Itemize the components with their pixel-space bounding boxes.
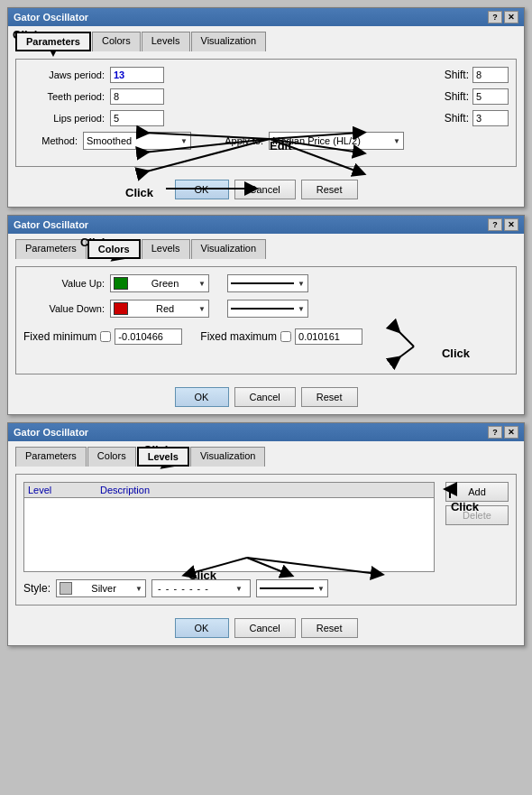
- ok-button-2[interactable]: OK: [175, 387, 229, 407]
- value-down-arrow: ▼: [198, 305, 206, 313]
- fixed-min-group: Fixed minimum: [23, 328, 182, 345]
- method-value: Smoothed: [87, 135, 132, 146]
- titlebar-3: Gator Oscillator ? ✕: [8, 423, 524, 441]
- tab-visualization-1[interactable]: Visualization: [191, 32, 267, 51]
- titlebar-2: Gator Oscillator ? ✕: [8, 216, 524, 234]
- tab-bar-2: Parameters Colors Levels Visualization: [15, 239, 517, 259]
- reset-button-2[interactable]: Reset: [301, 387, 358, 407]
- titlebar-buttons-1: ? ✕: [488, 11, 518, 23]
- value-down-color: Red: [156, 303, 174, 314]
- dialog-colors: Gator Oscillator ? ✕ Parameters Colors L…: [7, 215, 525, 415]
- style-color-select[interactable]: Silver ▼: [56, 579, 146, 597]
- method-label: Method:: [23, 135, 78, 146]
- tab-visualization-3[interactable]: Visualization: [190, 447, 266, 467]
- fixed-max-label: Fixed maximum: [200, 330, 277, 343]
- method-row: Method: Smoothed ▼ Apply to: Median Pric…: [23, 132, 509, 150]
- apply-value: Median Price (HL/2): [272, 135, 361, 146]
- lips-shift-label: Shift:: [445, 112, 469, 125]
- value-up-row: Value Up: Green ▼ ▼: [23, 274, 509, 292]
- value-up-color: Green: [151, 278, 179, 289]
- reset-button-1[interactable]: Reset: [301, 180, 358, 199]
- fixed-row: Fixed minimum Fixed maximum: [23, 328, 509, 345]
- tab-colors-2[interactable]: Colors: [87, 239, 141, 259]
- value-down-select[interactable]: Red ▼: [110, 300, 209, 318]
- apply-label: Apply to:: [200, 135, 263, 146]
- style-width-arrow: ▼: [317, 585, 325, 593]
- fixed-min-checkbox[interactable]: [100, 331, 111, 342]
- click-line-annotation: Click: [442, 347, 470, 360]
- titlebar-1: Gator Oscillator ? ✕: [8, 8, 524, 26]
- value-up-line-select[interactable]: ▼: [227, 274, 308, 292]
- jaws-shift: Shift:: [445, 67, 509, 83]
- ok-button-3[interactable]: OK: [175, 618, 229, 638]
- title-2: Gator Oscillator: [14, 219, 88, 230]
- help-btn-1[interactable]: ?: [488, 11, 502, 23]
- dashed-line-display: - - - - - - -: [158, 583, 209, 594]
- tab-colors-3[interactable]: Colors: [87, 447, 136, 467]
- add-delete-buttons: Add Delete: [445, 482, 509, 572]
- tab-bar-3: Parameters Colors Levels Visualization: [15, 447, 517, 467]
- tab-visualization-2[interactable]: Visualization: [191, 239, 267, 259]
- tab-panel-levels: Level Description Add Delete Click: [15, 474, 517, 605]
- style-label: Style:: [23, 582, 50, 595]
- titlebar-buttons-3: ? ✕: [488, 426, 518, 439]
- levels-table-header: Level Description: [24, 483, 434, 498]
- add-button-3[interactable]: Add: [445, 482, 509, 502]
- style-width-select[interactable]: ▼: [256, 579, 328, 597]
- tab-levels-2[interactable]: Levels: [142, 239, 190, 259]
- line-arrow-down: ▼: [298, 305, 305, 313]
- tab-levels-1[interactable]: Levels: [142, 32, 190, 51]
- value-down-line-select[interactable]: ▼: [227, 300, 308, 318]
- jaws-shift-label: Shift:: [445, 69, 469, 81]
- lips-label: Lips period:: [23, 113, 105, 124]
- jaws-input[interactable]: [110, 67, 164, 83]
- style-color-name: Silver: [91, 583, 116, 594]
- delete-button-3[interactable]: Delete: [445, 505, 509, 525]
- dialog-parameters: Gator Oscillator ? ✕ Parameters Colors L…: [7, 7, 525, 208]
- help-btn-3[interactable]: ?: [488, 426, 502, 439]
- lips-shift-input[interactable]: [472, 110, 509, 126]
- apply-select[interactable]: Median Price (HL/2) ▼: [269, 132, 404, 150]
- teeth-label: Teeth period:: [23, 91, 105, 102]
- method-arrow: ▼: [180, 137, 188, 145]
- help-btn-2[interactable]: ?: [488, 218, 502, 231]
- dialog-content-1: Parameters Colors Levels Visualization C…: [8, 26, 524, 207]
- teeth-shift-input[interactable]: [472, 88, 509, 105]
- close-btn-3[interactable]: ✕: [504, 426, 518, 439]
- value-up-arrow: ▼: [198, 280, 206, 288]
- reset-button-3[interactable]: Reset: [301, 618, 358, 638]
- jaws-row: Jaws period: Shift:: [23, 67, 509, 83]
- buttons-row-2: OK Cancel Reset: [15, 382, 517, 407]
- style-line-select[interactable]: - - - - - - - ▼: [151, 579, 251, 597]
- jaws-label: Jaws period:: [23, 69, 105, 80]
- style-color-swatch: [60, 582, 72, 595]
- cancel-button-1[interactable]: Cancel: [234, 180, 296, 199]
- lips-row: Lips period: Shift:: [23, 110, 509, 126]
- teeth-input[interactable]: [110, 88, 164, 105]
- title-1: Gator Oscillator: [14, 12, 88, 23]
- style-row: Style: Silver ▼ - - - - - - - ▼ ▼: [23, 579, 509, 597]
- method-select[interactable]: Smoothed ▼: [83, 132, 191, 150]
- teeth-shift: Shift:: [445, 88, 509, 105]
- tab-colors-1[interactable]: Colors: [92, 32, 141, 51]
- tab-parameters-1[interactable]: Parameters: [15, 32, 91, 51]
- lips-input[interactable]: [110, 110, 164, 126]
- tab-levels-3[interactable]: Levels: [137, 447, 189, 467]
- jaws-shift-input[interactable]: [472, 67, 509, 83]
- ok-button-1[interactable]: OK: [175, 180, 229, 199]
- close-btn-2[interactable]: ✕: [504, 218, 518, 231]
- cancel-button-2[interactable]: Cancel: [234, 387, 296, 407]
- value-up-select[interactable]: Green ▼: [110, 274, 209, 292]
- fixed-max-checkbox[interactable]: [280, 331, 291, 342]
- lips-shift: Shift:: [445, 110, 509, 126]
- tab-panel-params: Jaws period: Shift: Teeth period: Shift:…: [15, 59, 517, 167]
- fixed-max-input[interactable]: [295, 328, 362, 345]
- cancel-button-3[interactable]: Cancel: [234, 618, 296, 638]
- value-down-label: Value Down:: [23, 303, 105, 314]
- close-btn-1[interactable]: ✕: [504, 11, 518, 23]
- tab-parameters-3[interactable]: Parameters: [15, 447, 87, 467]
- value-down-row: Value Down: Red ▼ ▼: [23, 300, 509, 318]
- fixed-min-input[interactable]: [115, 328, 182, 345]
- tab-parameters-2[interactable]: Parameters: [15, 239, 87, 259]
- col-description-header: Description: [100, 485, 430, 495]
